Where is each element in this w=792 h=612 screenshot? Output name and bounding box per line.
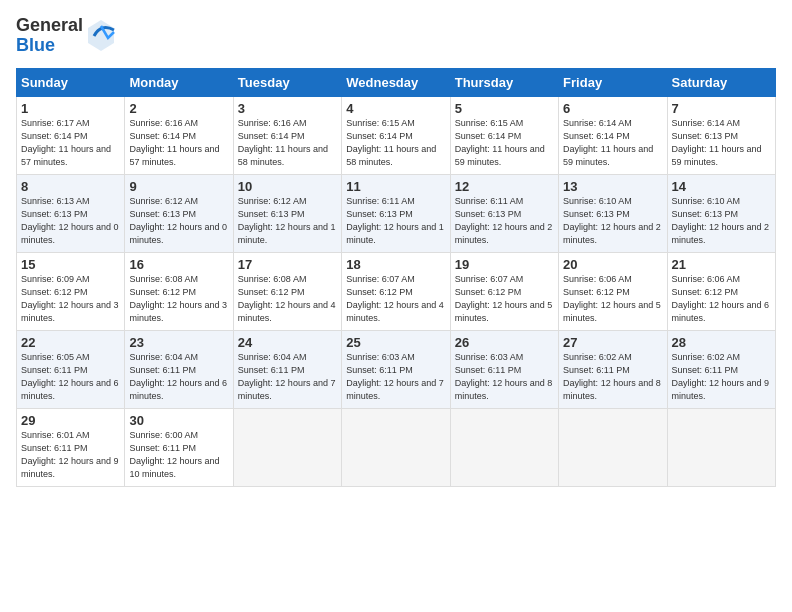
calendar-cell: 20Sunrise: 6:06 AM Sunset: 6:12 PM Dayli… bbox=[559, 252, 667, 330]
day-number: 14 bbox=[672, 179, 771, 194]
day-number: 21 bbox=[672, 257, 771, 272]
day-info: Sunrise: 6:14 AM Sunset: 6:13 PM Dayligh… bbox=[672, 117, 771, 169]
weekday-header-thursday: Thursday bbox=[450, 68, 558, 96]
day-number: 20 bbox=[563, 257, 662, 272]
calendar-cell: 28Sunrise: 6:02 AM Sunset: 6:11 PM Dayli… bbox=[667, 330, 775, 408]
calendar-cell: 16Sunrise: 6:08 AM Sunset: 6:12 PM Dayli… bbox=[125, 252, 233, 330]
weekday-header-sunday: Sunday bbox=[17, 68, 125, 96]
day-number: 13 bbox=[563, 179, 662, 194]
day-number: 2 bbox=[129, 101, 228, 116]
calendar-table: SundayMondayTuesdayWednesdayThursdayFrid… bbox=[16, 68, 776, 487]
logo: General Blue bbox=[16, 16, 116, 56]
day-number: 23 bbox=[129, 335, 228, 350]
weekday-header-saturday: Saturday bbox=[667, 68, 775, 96]
day-number: 9 bbox=[129, 179, 228, 194]
calendar-cell: 9Sunrise: 6:12 AM Sunset: 6:13 PM Daylig… bbox=[125, 174, 233, 252]
day-number: 27 bbox=[563, 335, 662, 350]
calendar-cell: 2Sunrise: 6:16 AM Sunset: 6:14 PM Daylig… bbox=[125, 96, 233, 174]
day-number: 28 bbox=[672, 335, 771, 350]
calendar-cell: 25Sunrise: 6:03 AM Sunset: 6:11 PM Dayli… bbox=[342, 330, 450, 408]
day-number: 11 bbox=[346, 179, 445, 194]
day-info: Sunrise: 6:12 AM Sunset: 6:13 PM Dayligh… bbox=[129, 195, 228, 247]
calendar-cell: 14Sunrise: 6:10 AM Sunset: 6:13 PM Dayli… bbox=[667, 174, 775, 252]
calendar-cell: 12Sunrise: 6:11 AM Sunset: 6:13 PM Dayli… bbox=[450, 174, 558, 252]
day-info: Sunrise: 6:14 AM Sunset: 6:14 PM Dayligh… bbox=[563, 117, 662, 169]
day-info: Sunrise: 6:11 AM Sunset: 6:13 PM Dayligh… bbox=[346, 195, 445, 247]
day-info: Sunrise: 6:01 AM Sunset: 6:11 PM Dayligh… bbox=[21, 429, 120, 481]
day-number: 26 bbox=[455, 335, 554, 350]
day-info: Sunrise: 6:10 AM Sunset: 6:13 PM Dayligh… bbox=[672, 195, 771, 247]
calendar-cell: 5Sunrise: 6:15 AM Sunset: 6:14 PM Daylig… bbox=[450, 96, 558, 174]
day-info: Sunrise: 6:03 AM Sunset: 6:11 PM Dayligh… bbox=[455, 351, 554, 403]
day-number: 15 bbox=[21, 257, 120, 272]
day-info: Sunrise: 6:12 AM Sunset: 6:13 PM Dayligh… bbox=[238, 195, 337, 247]
day-info: Sunrise: 6:06 AM Sunset: 6:12 PM Dayligh… bbox=[563, 273, 662, 325]
day-info: Sunrise: 6:09 AM Sunset: 6:12 PM Dayligh… bbox=[21, 273, 120, 325]
day-info: Sunrise: 6:04 AM Sunset: 6:11 PM Dayligh… bbox=[129, 351, 228, 403]
day-number: 1 bbox=[21, 101, 120, 116]
day-info: Sunrise: 6:13 AM Sunset: 6:13 PM Dayligh… bbox=[21, 195, 120, 247]
day-number: 5 bbox=[455, 101, 554, 116]
day-info: Sunrise: 6:16 AM Sunset: 6:14 PM Dayligh… bbox=[129, 117, 228, 169]
day-info: Sunrise: 6:02 AM Sunset: 6:11 PM Dayligh… bbox=[672, 351, 771, 403]
day-number: 16 bbox=[129, 257, 228, 272]
day-info: Sunrise: 6:06 AM Sunset: 6:12 PM Dayligh… bbox=[672, 273, 771, 325]
day-number: 25 bbox=[346, 335, 445, 350]
calendar-cell: 3Sunrise: 6:16 AM Sunset: 6:14 PM Daylig… bbox=[233, 96, 341, 174]
weekday-header-wednesday: Wednesday bbox=[342, 68, 450, 96]
day-number: 7 bbox=[672, 101, 771, 116]
logo-general: General bbox=[16, 16, 83, 36]
day-number: 22 bbox=[21, 335, 120, 350]
calendar-cell: 29Sunrise: 6:01 AM Sunset: 6:11 PM Dayli… bbox=[17, 408, 125, 486]
day-info: Sunrise: 6:04 AM Sunset: 6:11 PM Dayligh… bbox=[238, 351, 337, 403]
weekday-header-monday: Monday bbox=[125, 68, 233, 96]
day-number: 4 bbox=[346, 101, 445, 116]
calendar-cell bbox=[450, 408, 558, 486]
calendar-cell: 1Sunrise: 6:17 AM Sunset: 6:14 PM Daylig… bbox=[17, 96, 125, 174]
day-info: Sunrise: 6:15 AM Sunset: 6:14 PM Dayligh… bbox=[455, 117, 554, 169]
day-info: Sunrise: 6:07 AM Sunset: 6:12 PM Dayligh… bbox=[455, 273, 554, 325]
calendar-cell: 27Sunrise: 6:02 AM Sunset: 6:11 PM Dayli… bbox=[559, 330, 667, 408]
calendar-cell bbox=[559, 408, 667, 486]
calendar-cell: 21Sunrise: 6:06 AM Sunset: 6:12 PM Dayli… bbox=[667, 252, 775, 330]
day-number: 24 bbox=[238, 335, 337, 350]
day-number: 8 bbox=[21, 179, 120, 194]
day-info: Sunrise: 6:07 AM Sunset: 6:12 PM Dayligh… bbox=[346, 273, 445, 325]
calendar-cell: 13Sunrise: 6:10 AM Sunset: 6:13 PM Dayli… bbox=[559, 174, 667, 252]
day-number: 18 bbox=[346, 257, 445, 272]
day-info: Sunrise: 6:00 AM Sunset: 6:11 PM Dayligh… bbox=[129, 429, 228, 481]
day-number: 6 bbox=[563, 101, 662, 116]
logo-icon bbox=[86, 18, 116, 53]
calendar-cell: 26Sunrise: 6:03 AM Sunset: 6:11 PM Dayli… bbox=[450, 330, 558, 408]
calendar-cell: 19Sunrise: 6:07 AM Sunset: 6:12 PM Dayli… bbox=[450, 252, 558, 330]
day-info: Sunrise: 6:17 AM Sunset: 6:14 PM Dayligh… bbox=[21, 117, 120, 169]
day-info: Sunrise: 6:15 AM Sunset: 6:14 PM Dayligh… bbox=[346, 117, 445, 169]
calendar-cell: 30Sunrise: 6:00 AM Sunset: 6:11 PM Dayli… bbox=[125, 408, 233, 486]
calendar-cell: 6Sunrise: 6:14 AM Sunset: 6:14 PM Daylig… bbox=[559, 96, 667, 174]
calendar-cell bbox=[667, 408, 775, 486]
day-info: Sunrise: 6:16 AM Sunset: 6:14 PM Dayligh… bbox=[238, 117, 337, 169]
calendar-cell: 22Sunrise: 6:05 AM Sunset: 6:11 PM Dayli… bbox=[17, 330, 125, 408]
calendar-cell: 11Sunrise: 6:11 AM Sunset: 6:13 PM Dayli… bbox=[342, 174, 450, 252]
calendar-cell bbox=[342, 408, 450, 486]
calendar-cell: 18Sunrise: 6:07 AM Sunset: 6:12 PM Dayli… bbox=[342, 252, 450, 330]
weekday-header-friday: Friday bbox=[559, 68, 667, 96]
calendar-cell: 23Sunrise: 6:04 AM Sunset: 6:11 PM Dayli… bbox=[125, 330, 233, 408]
day-number: 19 bbox=[455, 257, 554, 272]
logo-blue: Blue bbox=[16, 36, 83, 56]
day-info: Sunrise: 6:08 AM Sunset: 6:12 PM Dayligh… bbox=[238, 273, 337, 325]
calendar-cell: 17Sunrise: 6:08 AM Sunset: 6:12 PM Dayli… bbox=[233, 252, 341, 330]
day-info: Sunrise: 6:03 AM Sunset: 6:11 PM Dayligh… bbox=[346, 351, 445, 403]
calendar-cell: 15Sunrise: 6:09 AM Sunset: 6:12 PM Dayli… bbox=[17, 252, 125, 330]
calendar-cell: 4Sunrise: 6:15 AM Sunset: 6:14 PM Daylig… bbox=[342, 96, 450, 174]
day-number: 3 bbox=[238, 101, 337, 116]
calendar-cell: 8Sunrise: 6:13 AM Sunset: 6:13 PM Daylig… bbox=[17, 174, 125, 252]
weekday-header-tuesday: Tuesday bbox=[233, 68, 341, 96]
day-info: Sunrise: 6:11 AM Sunset: 6:13 PM Dayligh… bbox=[455, 195, 554, 247]
day-info: Sunrise: 6:05 AM Sunset: 6:11 PM Dayligh… bbox=[21, 351, 120, 403]
calendar-cell bbox=[233, 408, 341, 486]
day-info: Sunrise: 6:08 AM Sunset: 6:12 PM Dayligh… bbox=[129, 273, 228, 325]
day-number: 12 bbox=[455, 179, 554, 194]
calendar-cell: 7Sunrise: 6:14 AM Sunset: 6:13 PM Daylig… bbox=[667, 96, 775, 174]
day-number: 17 bbox=[238, 257, 337, 272]
